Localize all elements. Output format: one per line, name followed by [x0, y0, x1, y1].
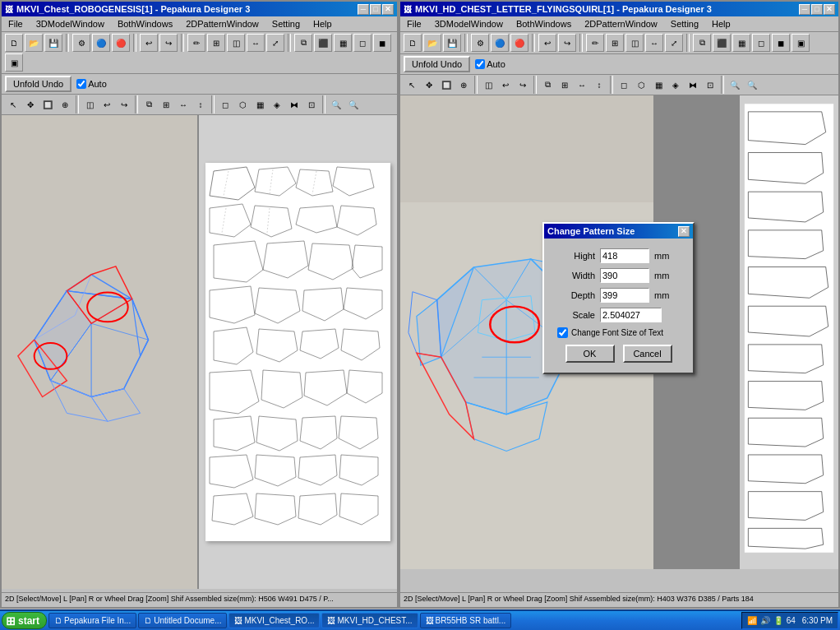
left-tb-btn9[interactable]: ⊞	[207, 34, 225, 52]
left-tb-btn5[interactable]: 🔵	[92, 34, 110, 52]
dialog-width-input[interactable]	[600, 268, 649, 283]
right-close-button[interactable]: ✕	[824, 4, 835, 15]
left-tb-btn18[interactable]: ▣	[5, 53, 23, 72]
dialog-fontsize-checkbox[interactable]	[557, 327, 568, 338]
left-tb-pen[interactable]: ✏	[187, 34, 205, 52]
taskbar-pepakura-file[interactable]: 🗋 Pepakura File In...	[48, 613, 136, 628]
left-tb-btn14[interactable]: ⬛	[314, 34, 332, 52]
left-menu-2d[interactable]: 2DPatternWindow	[182, 18, 262, 30]
left-tb2-btn7[interactable]: ↪	[116, 96, 132, 113]
left-tb-undo[interactable]: ↩	[140, 34, 158, 52]
close-button[interactable]: ✕	[382, 4, 394, 15]
dialog-ok-button[interactable]: OK	[565, 345, 615, 363]
right-tb2-btn10[interactable]: ↔	[574, 76, 590, 93]
right-tb-undo[interactable]: ↩	[538, 34, 556, 52]
left-tb-btn11[interactable]: ↔	[247, 34, 265, 52]
right-minimize-button[interactable]: ─	[799, 4, 810, 15]
right-tb-new[interactable]: 🗋	[404, 34, 422, 52]
right-tb-pen[interactable]: ✏	[586, 34, 604, 52]
left-tb2-btn5[interactable]: ◫	[81, 96, 98, 113]
left-tb-new[interactable]: 🗋	[5, 34, 23, 52]
left-tb-btn6[interactable]: 🔴	[112, 34, 130, 52]
left-auto-checkbox[interactable]	[76, 79, 86, 89]
left-menu-file[interactable]: File	[5, 18, 26, 30]
left-tb2-btn12[interactable]: ◻	[217, 96, 233, 113]
right-tb2-btn9[interactable]: ⊞	[556, 76, 573, 93]
dialog-cancel-button[interactable]: Cancel	[623, 345, 672, 363]
left-tb2-btn4[interactable]: ⊕	[57, 96, 73, 113]
right-tb-btn6[interactable]: 🔴	[510, 34, 528, 52]
left-tb-btn12[interactable]: ⤢	[266, 34, 284, 52]
right-tb-btn17[interactable]: ◼	[772, 34, 790, 52]
right-tb-btn16[interactable]: ◻	[752, 34, 770, 52]
left-tb2-btn3[interactable]: 🔲	[39, 96, 56, 113]
left-tb2-btn17[interactable]: ⊡	[303, 96, 320, 113]
right-tb2-btn19[interactable]: 🔍	[744, 76, 760, 93]
left-tb-btn10[interactable]: ◫	[227, 34, 245, 52]
right-tb2-btn3[interactable]: 🔲	[438, 76, 455, 93]
minimize-button[interactable]: ─	[358, 4, 369, 15]
left-menu-setting[interactable]: Setting	[269, 18, 303, 30]
right-tb-btn18[interactable]: ▣	[792, 34, 810, 52]
left-tb2-btn18[interactable]: 🔍	[328, 96, 344, 113]
left-tb2-btn6[interactable]: ↩	[99, 96, 115, 113]
right-tb2-btn14[interactable]: ▦	[650, 76, 667, 93]
left-menu-both[interactable]: BothWindows	[114, 18, 176, 30]
right-tb2-btn5[interactable]: ◫	[480, 76, 496, 93]
right-tb2-btn16[interactable]: ⧓	[685, 76, 701, 93]
maximize-button[interactable]: □	[370, 4, 381, 15]
right-tb2-btn7[interactable]: ↪	[515, 76, 531, 93]
right-tb2-btn15[interactable]: ◈	[667, 76, 684, 93]
right-tb2-btn18[interactable]: 🔍	[727, 76, 743, 93]
right-tb-btn13[interactable]: ⧉	[693, 34, 711, 52]
right-tb2-btn17[interactable]: ⊡	[702, 76, 718, 93]
right-tb-btn5[interactable]: 🔵	[491, 34, 509, 52]
dialog-hight-input[interactable]	[600, 248, 649, 263]
left-tb-btn17[interactable]: ◼	[373, 34, 391, 52]
right-tb-open[interactable]: 📂	[423, 34, 441, 52]
right-unfold-button[interactable]: Unfold Undo	[404, 56, 470, 72]
left-tb-save[interactable]: 💾	[44, 34, 62, 52]
right-tb-redo[interactable]: ↪	[558, 34, 576, 52]
start-button[interactable]: ⊞ start	[2, 612, 47, 629]
taskbar-untitled-doc[interactable]: 🗋 Untitled Docume...	[138, 613, 227, 628]
left-tb2-btn15[interactable]: ◈	[269, 96, 285, 113]
left-unfold-button[interactable]: Unfold Undo	[5, 76, 72, 92]
taskbar-mkvi-chest[interactable]: 🖼 MKVI_Chest_RO...	[228, 613, 320, 628]
left-tb2-btn10[interactable]: ↔	[175, 96, 192, 113]
left-3d-canvas[interactable]	[2, 115, 197, 589]
left-tb2-btn14[interactable]: ▦	[252, 96, 268, 113]
taskbar-mkvi-hd[interactable]: 🖼 MKVI_HD_CHEST...	[321, 613, 418, 628]
right-tb-btn14[interactable]: ⬛	[713, 34, 731, 52]
right-tb-btn10[interactable]: ◫	[625, 34, 644, 52]
dialog-depth-input[interactable]	[600, 288, 649, 303]
left-tb2-btn8[interactable]: ⧉	[141, 96, 157, 113]
right-tb-btn9[interactable]: ⊞	[606, 34, 624, 52]
right-menu-file[interactable]: File	[404, 18, 425, 30]
left-tb2-btn13[interactable]: ⬡	[234, 96, 251, 113]
taskbar-br55hb[interactable]: 🖼 BR55HB SR battl...	[420, 613, 512, 628]
right-menu-help[interactable]: Help	[708, 18, 734, 30]
right-tb2-btn11[interactable]: ↕	[591, 76, 607, 93]
left-tb-btn15[interactable]: ▦	[334, 34, 352, 52]
dialog-close-button[interactable]: ✕	[678, 226, 690, 237]
left-menu-help[interactable]: Help	[310, 18, 335, 30]
left-tb2-btn2[interactable]: ✥	[22, 96, 39, 113]
dialog-scale-input[interactable]	[600, 308, 662, 322]
right-tb2-btn4[interactable]: ⊕	[455, 76, 472, 93]
right-tb-btn4[interactable]: ⚙	[471, 34, 489, 52]
right-tb2-btn13[interactable]: ⬡	[633, 76, 649, 93]
left-tb2-btn19[interactable]: 🔍	[345, 96, 362, 113]
left-tb-open[interactable]: 📂	[25, 34, 43, 52]
right-menu-both[interactable]: BothWindows	[513, 18, 575, 30]
left-tb-redo[interactable]: ↪	[159, 34, 178, 52]
left-menu-3dmodel[interactable]: 3DModelWindow	[33, 18, 108, 30]
right-tb-save[interactable]: 💾	[443, 34, 461, 52]
right-tb-btn15[interactable]: ▦	[732, 34, 750, 52]
right-menu-setting[interactable]: Setting	[667, 18, 702, 30]
left-tb-btn16[interactable]: ◻	[353, 34, 372, 52]
right-menu-3dmodel[interactable]: 3DModelWindow	[432, 18, 506, 30]
right-tb2-btn2[interactable]: ✥	[421, 76, 437, 93]
right-tb2-btn6[interactable]: ↩	[497, 76, 514, 93]
right-tb2-btn1[interactable]: ↖	[404, 76, 420, 93]
